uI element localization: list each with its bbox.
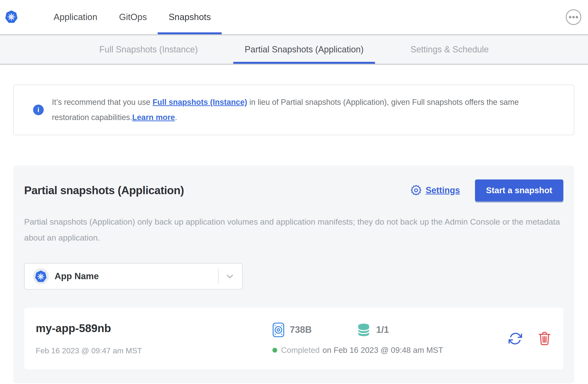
snapshot-size: 738B bbox=[290, 325, 312, 335]
gear-icon bbox=[410, 185, 422, 196]
trash-icon bbox=[538, 331, 551, 346]
main-nav: Application GitOps Snapshots bbox=[43, 0, 222, 34]
info-banner: i It’s recommend that you use Full snaps… bbox=[13, 85, 574, 135]
status-label: Completed bbox=[281, 346, 320, 355]
snapshot-stats: 738B 1/1 bbox=[273, 322, 443, 337]
delete-snapshot-button[interactable] bbox=[538, 331, 551, 346]
more-menu-button[interactable] bbox=[566, 9, 581, 25]
snapshot-details: 738B 1/1 Completed on Feb 16 2023 @ bbox=[273, 322, 443, 355]
snapshot-size-stat: 738B bbox=[273, 322, 312, 337]
banner-text-before: It’s recommend that you use bbox=[52, 98, 153, 107]
chevron-down-icon bbox=[225, 271, 235, 281]
status-time: on Feb 16 2023 @ 09:48 am MST bbox=[323, 346, 443, 355]
snapshots-subnav: Full Snapshots (Instance) Partial Snapsh… bbox=[0, 35, 588, 65]
snapshot-row: my-app-589nb Feb 16 2023 @ 09:47 am MST bbox=[24, 308, 563, 369]
banner-text: It’s recommend that you use Full snapsho… bbox=[52, 95, 547, 125]
snapshot-volumes: 1/1 bbox=[376, 325, 389, 335]
snapshot-settings-link[interactable]: Settings bbox=[410, 185, 460, 196]
tab-full-snapshots[interactable]: Full Snapshots (Instance) bbox=[88, 35, 209, 64]
database-icon bbox=[357, 323, 371, 337]
nav-tab-application[interactable]: Application bbox=[43, 0, 108, 34]
learn-more-link[interactable]: Learn more bbox=[132, 113, 175, 122]
full-snapshots-link[interactable]: Full snapshots (Instance) bbox=[153, 98, 247, 107]
restore-snapshot-button[interactable] bbox=[508, 332, 522, 346]
select-divider bbox=[218, 269, 219, 284]
tab-settings-schedule[interactable]: Settings & Schedule bbox=[399, 35, 500, 64]
settings-link-label: Settings bbox=[426, 185, 460, 195]
panel-header: Partial snapshots (Application) Settings… bbox=[24, 179, 563, 201]
tab-partial-snapshots[interactable]: Partial Snapshots (Application) bbox=[233, 35, 375, 64]
info-icon: i bbox=[33, 105, 44, 115]
snapshot-started: Feb 16 2023 @ 09:47 am MST bbox=[36, 346, 273, 355]
kubernetes-logo bbox=[5, 10, 18, 24]
status-dot bbox=[273, 348, 277, 353]
nav-tab-gitops[interactable]: GitOps bbox=[108, 0, 158, 34]
snapshot-name: my-app-589nb bbox=[36, 322, 273, 335]
snapshot-status: Completed on Feb 16 2023 @ 09:48 am MST bbox=[273, 346, 443, 355]
top-nav: Application GitOps Snapshots bbox=[0, 0, 588, 35]
start-snapshot-button[interactable]: Start a snapshot bbox=[475, 179, 563, 201]
snapshot-info: my-app-589nb Feb 16 2023 @ 09:47 am MST bbox=[36, 322, 273, 355]
panel-description: Partial snapshots (Application) only bac… bbox=[24, 214, 563, 246]
snapshot-volumes-stat: 1/1 bbox=[357, 323, 389, 337]
app-select-value: App Name bbox=[55, 271, 99, 281]
panel-actions: Settings Start a snapshot bbox=[410, 179, 563, 201]
restore-icon bbox=[508, 332, 522, 346]
snapshot-actions bbox=[508, 331, 554, 346]
app-name-select[interactable]: App Name bbox=[24, 263, 243, 290]
kubernetes-app-icon bbox=[33, 268, 49, 284]
page: Application GitOps Snapshots Full Snapsh… bbox=[0, 0, 588, 384]
banner-text-after: . bbox=[175, 113, 177, 122]
nav-tab-snapshots[interactable]: Snapshots bbox=[158, 0, 222, 34]
ellipsis-icon bbox=[569, 16, 578, 18]
disk-icon bbox=[273, 322, 284, 337]
panel-title: Partial snapshots (Application) bbox=[24, 184, 184, 197]
partial-snapshots-panel: Partial snapshots (Application) Settings… bbox=[13, 165, 574, 383]
